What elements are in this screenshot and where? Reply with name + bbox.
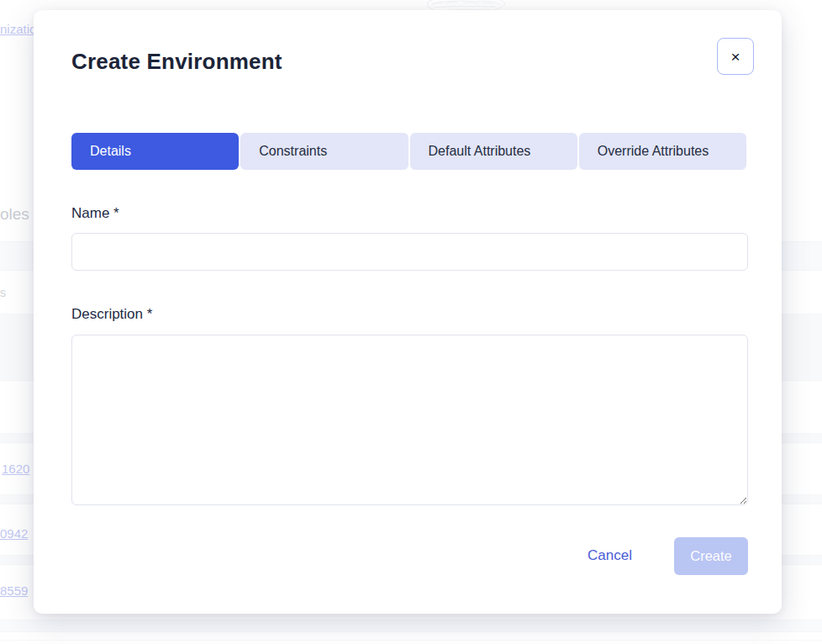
dialog-title: Create Environment [71, 49, 282, 75]
cancel-button[interactable]: Cancel [588, 547, 632, 564]
screen: nizatio oles s 1620 0942 8559 Create Env… [0, 0, 822, 644]
tab-details[interactable]: Details [71, 133, 239, 170]
tab-constraints[interactable]: Constraints [240, 133, 408, 170]
description-textarea[interactable] [71, 335, 748, 505]
dialog-tabs: Details Constraints Default Attributes O… [71, 133, 746, 170]
name-input[interactable] [71, 233, 748, 271]
dialog-footer: Cancel Create [588, 536, 748, 575]
create-button[interactable]: Create [674, 537, 748, 575]
create-environment-dialog: Create Environment × Details Constraints… [34, 10, 782, 614]
close-icon: × [730, 49, 740, 65]
description-label: Description * [71, 306, 152, 323]
tab-override-attributes[interactable]: Override Attributes [579, 133, 746, 170]
close-button[interactable]: × [717, 38, 754, 75]
tab-default-attributes[interactable]: Default Attributes [410, 133, 577, 170]
name-label: Name * [71, 205, 119, 222]
